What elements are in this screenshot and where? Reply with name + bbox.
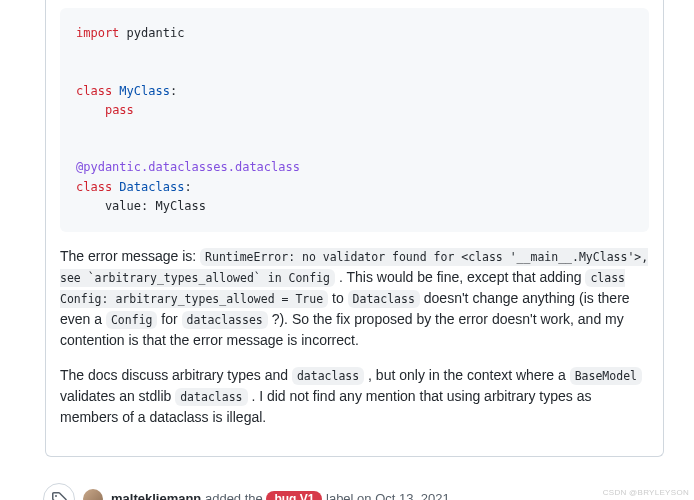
code-block-1: import pydantic class MyClass: pass @pyd… xyxy=(60,8,649,232)
avatar[interactable] xyxy=(83,489,103,500)
paragraph-2: The docs discuss arbitrary types and dat… xyxy=(60,365,649,428)
inline-code: dataclasses xyxy=(182,311,268,329)
paragraph-1: The error message is: RuntimeError: no v… xyxy=(60,246,649,351)
inline-code: dataclass xyxy=(175,388,247,406)
author-link[interactable]: maltekliemann xyxy=(111,491,201,500)
comment-text: The error message is: RuntimeError: no v… xyxy=(46,246,663,456)
bug-label[interactable]: bug V1 xyxy=(266,491,322,500)
inline-code: BaseModel xyxy=(570,367,642,385)
watermark: CSDN @BRYLEYSON xyxy=(603,488,689,497)
first-comment-card: import pydantic class MyClass: pass @pyd… xyxy=(45,0,664,457)
inline-code: Config xyxy=(106,311,158,329)
timestamp-link[interactable]: on Oct 13, 2021 xyxy=(357,491,450,500)
timeline-event: maltekliemann added the bug V1 label on … xyxy=(45,473,664,500)
inline-code: dataclass xyxy=(292,367,364,385)
code-content: import pydantic class MyClass: pass @pyd… xyxy=(76,24,633,216)
inline-code: Dataclass xyxy=(348,290,420,308)
tag-icon xyxy=(43,483,75,500)
